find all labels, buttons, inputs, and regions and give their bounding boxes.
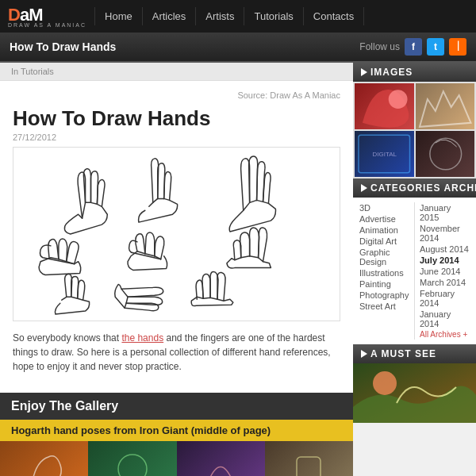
- cat-advertise[interactable]: Advertise: [359, 213, 409, 225]
- must-see-image[interactable]: [353, 363, 476, 423]
- nav-tutorials[interactable]: Tutorials: [244, 7, 303, 25]
- logo-subtitle: DRAW AS A MANIAC: [8, 22, 86, 28]
- facebook-icon[interactable]: f: [405, 38, 422, 56]
- sidebar-images-grid: DIGITAL: [353, 82, 476, 178]
- article-title: How To Draw Hands: [13, 106, 340, 131]
- sidebar-img-2[interactable]: [416, 83, 475, 129]
- main-layout: In Tutorials Source: Draw As A Maniac Ho…: [0, 63, 476, 476]
- cat-graphic-design[interactable]: Graphic Design: [359, 247, 409, 267]
- sidebar-must-see-label: A MUST SEE: [370, 348, 436, 359]
- follow-label: Follow us: [359, 41, 400, 52]
- gallery-header: Enjoy The Gallery: [0, 393, 353, 420]
- page-title-bar: How To Draw Hands Follow us f t ⏐: [0, 33, 476, 63]
- sidebar-img-3[interactable]: DIGITAL: [355, 131, 414, 177]
- svg-point-5: [429, 138, 461, 170]
- sidebar-img-1[interactable]: [355, 83, 414, 129]
- follow-bar: Follow us f t ⏐: [359, 38, 466, 56]
- sidebar-img-4[interactable]: [416, 131, 475, 177]
- sidebar-cats-header: CATEGORIES ARCHIVE: [353, 178, 476, 198]
- breadcrumb: In Tutorials: [0, 63, 353, 81]
- archive-jan-2014[interactable]: January 2014: [420, 309, 470, 329]
- article-text: So everybody knows that the hands and th…: [13, 331, 340, 374]
- gallery-image-1: [0, 441, 88, 476]
- archive-nov-2014[interactable]: November 2014: [420, 223, 470, 244]
- nav-artists[interactable]: Artists: [196, 7, 244, 25]
- svg-text:DIGITAL: DIGITAL: [373, 151, 397, 158]
- gallery-title: Enjoy The Gallery: [11, 399, 342, 413]
- gallery-subtitle: Hogarth hand poses from Iron Giant (midd…: [0, 420, 353, 441]
- sidebar-must-see-header: A MUST SEE: [353, 344, 476, 363]
- archive-mar-2014[interactable]: March 2014: [420, 277, 470, 288]
- svg-point-7: [373, 371, 397, 395]
- content-area: In Tutorials Source: Draw As A Maniac Ho…: [0, 63, 353, 476]
- cat-illustrations[interactable]: Illustrations: [359, 267, 409, 278]
- archive-column: January 2015 November 2014 August 2014 J…: [420, 202, 470, 340]
- twitter-icon[interactable]: t: [427, 38, 444, 56]
- nav-contacts[interactable]: Contacts: [304, 7, 364, 25]
- sidebar-cats-section: CATEGORIES ARCHIVE 3D Advertise Animatio…: [353, 178, 476, 344]
- svg-point-2: [389, 90, 408, 109]
- nav-home[interactable]: Home: [94, 7, 143, 25]
- cat-painting[interactable]: Painting: [359, 278, 409, 290]
- article: Source: Draw As A Maniac How To Draw Han…: [0, 81, 353, 393]
- categories-column: 3D Advertise Animation Digital Art Graph…: [359, 202, 409, 340]
- cat-photography[interactable]: Photography: [359, 290, 409, 301]
- header: DaM DRAW AS A MANIAC Home Articles Artis…: [0, 0, 476, 33]
- cat-street-art[interactable]: Street Art: [359, 301, 409, 312]
- gallery-image-2: [88, 441, 176, 476]
- archive-all[interactable]: All Archives +: [420, 329, 470, 340]
- sidebar-images-header: IMAGES: [353, 63, 476, 82]
- gallery-image-4: [265, 441, 353, 476]
- main-nav: Home Articles Artists Tutorials Contacts: [94, 7, 364, 25]
- cat-animation[interactable]: Animation: [359, 225, 409, 236]
- rss-icon[interactable]: ⏐: [449, 38, 466, 56]
- article-source: Source: Draw As A Maniac: [13, 90, 340, 100]
- svg-point-0: [118, 455, 147, 476]
- gallery-bottom: [0, 441, 353, 476]
- gallery-image-3: [177, 441, 265, 476]
- cat-digital-art[interactable]: Digital Art: [359, 236, 409, 247]
- cat-3d[interactable]: 3D: [359, 202, 409, 213]
- article-link[interactable]: the hands: [121, 332, 163, 344]
- hand-drawing-illustration: [13, 147, 340, 321]
- sidebar-cats-label: CATEGORIES: [370, 182, 440, 194]
- breadcrumb-link[interactable]: In Tutorials: [11, 67, 54, 76]
- archive-aug-2014[interactable]: August 2014: [420, 244, 470, 255]
- svg-rect-1: [297, 457, 321, 476]
- cats-archive-divider: [414, 202, 415, 340]
- sidebar-archive-label-header: ARCHIVE: [443, 182, 476, 194]
- archive-jul-2014[interactable]: July 2014: [420, 255, 470, 266]
- nav-articles[interactable]: Articles: [143, 7, 197, 25]
- archive-jan-2015[interactable]: January 2015: [420, 202, 470, 223]
- article-date: 27/12/2012: [13, 132, 340, 142]
- sidebar-images-label: IMAGES: [370, 67, 413, 78]
- cats-archive-container: 3D Advertise Animation Digital Art Graph…: [353, 198, 476, 344]
- archive-jun-2014[interactable]: June 2014: [420, 266, 470, 277]
- site-logo[interactable]: DaM DRAW AS A MANIAC: [8, 5, 86, 28]
- sidebar: IMAGES DIGITAL CATEGORIES: [353, 63, 476, 476]
- archive-feb-2014[interactable]: February 2014: [420, 288, 470, 309]
- sidebar-images-section: IMAGES DIGITAL: [353, 63, 476, 178]
- page-title: How To Draw Hands: [10, 40, 116, 53]
- sidebar-must-see-section: A MUST SEE: [353, 344, 476, 423]
